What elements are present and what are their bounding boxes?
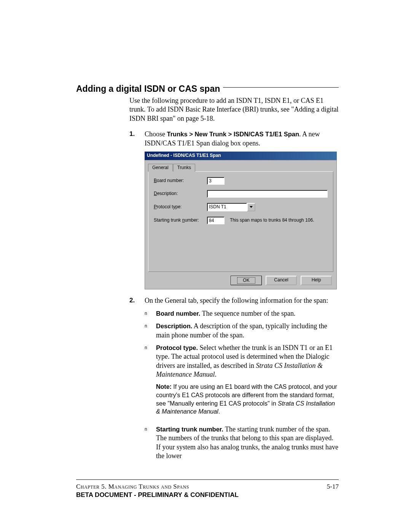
bullet-protocol-label: Protocol type. — [156, 344, 198, 351]
bullet-protocol-content: Protocol type. Select whether the trunk … — [156, 343, 339, 421]
dialog-tabbar: General Trunks — [148, 163, 333, 172]
tab-general[interactable]: General — [148, 164, 173, 172]
footer-chapter: Chapter 5. Managing Trunks and Spans — [76, 483, 189, 490]
dialog-titlebar: Undefined - ISDN/CAS T1/E1 Span — [145, 152, 337, 160]
bullet-description-content: Description. A description of the span, … — [156, 322, 339, 340]
description-input[interactable] — [207, 190, 328, 198]
footer-page-number: 5-17 — [327, 483, 339, 490]
bullet-mark-icon: n — [145, 322, 156, 340]
dropdown-arrow-icon[interactable] — [247, 203, 255, 211]
bullet-board-text: The sequence number of the span. — [200, 310, 295, 317]
ok-button-label: OK — [237, 277, 255, 284]
dialog-window: Undefined - ISDN/CAS T1/E1 Span General … — [145, 152, 337, 289]
section-heading: Adding a digital ISDN or CAS span — [76, 84, 339, 94]
starting-trunk-hint: This span maps to trunks 84 through 106. — [230, 217, 314, 224]
step-2: 2. On the General tab, specify the follo… — [129, 296, 339, 305]
protocol-type-value: ISDN T1 — [207, 203, 247, 211]
step-1-lead: Choose — [145, 130, 167, 138]
description-label: Description: — [154, 191, 207, 197]
note-label: Note: — [156, 383, 172, 390]
intro-paragraph: Use the following procedure to add an IS… — [129, 96, 339, 123]
ok-button[interactable]: OK — [231, 276, 262, 286]
board-number-input[interactable] — [207, 177, 225, 185]
bullet-description: n Description. A description of the span… — [145, 322, 339, 340]
bullet-board-label: Board number. — [156, 310, 200, 317]
starting-trunk-number-input[interactable] — [207, 217, 225, 224]
footer-line-1: Chapter 5. Managing Trunks and Spans 5-1… — [76, 483, 339, 490]
step-1: 1. Choose Trunks > New Trunk > ISDN/CAS … — [129, 130, 339, 148]
step-1-content: Choose Trunks > New Trunk > ISDN/CAS T1/… — [145, 130, 339, 148]
dialog-tabpanel-general: Board number: Description: Protocol type… — [148, 171, 333, 272]
step-2-number: 2. — [129, 296, 145, 305]
bullet-mark-icon: n — [145, 425, 156, 461]
footer-confidential: BETA DOCUMENT - PRELIMINARY & CONFIDENTI… — [76, 491, 339, 499]
tab-trunks[interactable]: Trunks — [173, 164, 195, 172]
step-2-bullets: n Board number. The sequence number of t… — [145, 309, 339, 461]
heading-rule — [223, 87, 339, 88]
help-button[interactable]: Help — [301, 276, 332, 286]
footer-rule — [76, 479, 339, 480]
document-page: Adding a digital ISDN or CAS span Use th… — [0, 0, 411, 522]
bullet-protocol-tail: . — [215, 371, 217, 378]
field-starting-trunk-number: Starting trunk number: This span maps to… — [154, 217, 328, 224]
field-board-number: Board number: — [154, 177, 328, 185]
bullet-mark-icon: n — [145, 309, 156, 318]
bullet-board-content: Board number. The sequence number of the… — [156, 309, 339, 318]
bullet-description-label: Description. — [156, 323, 192, 329]
protocol-type-label: Protocol type: — [154, 204, 207, 210]
bullet-starting-label: Starting trunk number. — [156, 426, 223, 433]
step-1-menu-path: Trunks > New Trunk > ISDN/CAS T1/E1 Span — [167, 131, 299, 137]
bullet-starting-trunk: n Starting trunk number. The starting tr… — [145, 425, 339, 461]
starting-trunk-number-label: Starting trunk number: — [154, 217, 207, 224]
field-description: Description: — [154, 190, 328, 198]
body-block: Use the following procedure to add an IS… — [129, 96, 339, 460]
heading-text: Adding a digital ISDN or CAS span — [76, 84, 220, 94]
note-tail: . — [218, 408, 220, 415]
step-1-number: 1. — [129, 130, 145, 148]
step-2-content: On the General tab, specify the followin… — [145, 296, 339, 305]
bullet-board-number: n Board number. The sequence number of t… — [145, 309, 339, 318]
note-block: Note: If you are using an E1 board with … — [156, 383, 339, 415]
cancel-button[interactable]: Cancel — [266, 276, 297, 286]
dialog-button-row: OK Cancel Help — [148, 272, 333, 286]
board-number-label: Board number: — [154, 178, 207, 184]
field-protocol-type: Protocol type: ISDN T1 — [154, 203, 328, 211]
bullet-mark-icon: n — [145, 343, 156, 421]
protocol-type-select[interactable]: ISDN T1 — [207, 203, 255, 211]
dialog-body: General Trunks Board number: Description… — [145, 160, 337, 290]
bullet-protocol-type: n Protocol type. Select whether the trun… — [145, 343, 339, 421]
svg-marker-0 — [250, 206, 253, 208]
bullet-starting-content: Starting trunk number. The starting trun… — [156, 425, 339, 461]
